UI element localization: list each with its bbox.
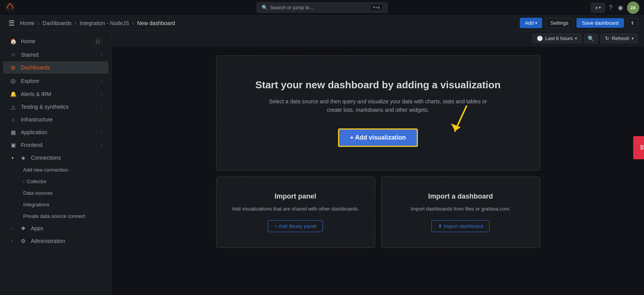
import-dashboard-title: Import a dashboard: [428, 192, 493, 201]
sidebar-item-connections[interactable]: ▾ ◈ Connections: [3, 152, 108, 164]
search-shortcut: ⌘+k: [370, 4, 383, 11]
plus-chevron: ▾: [599, 5, 601, 10]
sidebar-item-dashboards[interactable]: ⊞ Dashboards: [3, 61, 108, 74]
home-icon: 🏠: [9, 38, 17, 44]
sidebar-home-label: Home: [21, 38, 35, 44]
collector-label: Collector: [27, 179, 46, 184]
breadcrumb-actions: Add ▾ Settings Save dashboard ⬆: [520, 18, 638, 28]
explore-chevron-icon: ›: [101, 79, 102, 83]
sidebar-item-infrastructure[interactable]: ⌂ Infrastructure ›: [3, 113, 108, 126]
star-icon: ☆: [9, 52, 17, 58]
breadcrumb-sep-3: ›: [132, 20, 134, 26]
avatar-button[interactable]: 2A: [627, 2, 639, 14]
settings-button[interactable]: Settings: [545, 18, 573, 28]
breadcrumb-sep-2: ›: [75, 20, 77, 26]
sidebar-application-label: Application: [21, 129, 47, 135]
sidebar-apps-label: Apps: [31, 225, 43, 231]
help-button[interactable]: ?: [607, 3, 614, 13]
app-chevron-icon: ›: [101, 130, 102, 135]
refresh-label: Refresh: [612, 35, 629, 41]
sidebar-item-apps[interactable]: › ❖ Apps: [3, 222, 108, 234]
add-chevron-icon: ▾: [535, 21, 537, 25]
sidebar-connections-label: Connections: [31, 155, 61, 161]
grafana-logo[interactable]: [5, 2, 17, 14]
content-area: 🕐 Last 6 hours ▾ 🔍 ↻ Refresh ▾ Start you…: [112, 31, 644, 295]
integrations-label: Integrations: [23, 202, 49, 207]
add-button[interactable]: Add ▾: [520, 18, 542, 28]
sidebar-item-home[interactable]: 🏠 Home ⊟: [3, 34, 108, 48]
frontend-chevron-icon: ›: [101, 143, 102, 147]
alerts-chevron-icon: ›: [101, 92, 102, 96]
import-panel-title: Import panel: [274, 192, 316, 201]
breadcrumb-current: New dashboard: [137, 20, 175, 26]
breadcrumb-home[interactable]: Home: [20, 20, 34, 26]
plus-button[interactable]: + ▾: [591, 3, 605, 13]
search-icon: 🔍: [262, 5, 268, 10]
data-sources-label: Data sources: [23, 190, 53, 196]
sidebar-item-frontend[interactable]: ▣ Frontend ›: [3, 139, 108, 151]
refresh-button[interactable]: ↻ Refresh ▾: [601, 34, 638, 43]
connections-chevron-icon: ▾: [9, 156, 15, 160]
sidebar-testing-label: Testing & synthetics: [21, 104, 69, 110]
add-connection-label: Add new connection: [23, 167, 68, 173]
svg-point-0: [5, 2, 15, 12]
main-area: 🏠 Home ⊟ ☆ Starred › ⊞ Dashboards ◎ Expl…: [0, 31, 644, 295]
add-library-panel-button[interactable]: + Add library panel: [268, 220, 323, 232]
sidebar-sub-item-add-connection[interactable]: Add new connection: [3, 164, 108, 175]
hero-title: Start your new dashboard by adding a vis…: [232, 79, 524, 91]
breadcrumb-dashboards[interactable]: Dashboards: [42, 20, 72, 26]
application-icon: ▦: [9, 129, 17, 135]
sidebar-sub-item-data-sources[interactable]: Data sources: [3, 187, 108, 199]
apps-chevron-icon: ›: [9, 226, 15, 231]
sidebar-sub-item-integrations[interactable]: Integrations: [3, 199, 108, 210]
search-bar[interactable]: 🔍 Search or jump to... ⌘+k: [257, 2, 388, 13]
top-nav-right: + ▾ ? ◉ 2A: [591, 2, 639, 14]
hero-card: Start your new dashboard by adding a vis…: [216, 56, 540, 170]
time-chevron-icon: ▾: [575, 36, 577, 40]
sidebar-explore-label: Explore: [21, 78, 39, 84]
admin-icon: ⚙: [19, 238, 27, 244]
import-dashboard-card: Import a dashboard Import dashboards fro…: [381, 177, 540, 248]
toolbar: 🕐 Last 6 hours ▾ 🔍 ↻ Refresh ▾: [112, 31, 644, 46]
hamburger-button[interactable]: ☰: [6, 18, 17, 28]
sidebar-item-administration[interactable]: › ⚙ Administration: [3, 235, 108, 247]
private-datasource-label: Private data source connect: [23, 213, 85, 219]
sidebar-item-explore[interactable]: ◎ Explore ›: [3, 74, 108, 88]
breadcrumb-integration[interactable]: Integration - NodeJS: [79, 20, 129, 26]
save-dashboard-button[interactable]: Save dashboard: [576, 18, 624, 28]
explore-icon: ◎: [9, 77, 17, 84]
connections-icon: ◈: [19, 155, 27, 161]
add-visualization-button[interactable]: + Add visualization: [338, 128, 418, 147]
panel-icon: ⊟: [94, 37, 102, 45]
import-panel-card: Import panel Add visualizations that are…: [216, 177, 375, 248]
breadcrumb-bar: ☰ Home › Dashboards › Integration - Node…: [0, 15, 644, 31]
zoom-out-button[interactable]: 🔍: [584, 34, 598, 44]
time-picker[interactable]: 🕐 Last 6 hours ▾: [532, 34, 581, 43]
refresh-icon: ↻: [605, 35, 609, 41]
sidebar-item-testing[interactable]: △ Testing & synthetics ›: [3, 101, 108, 113]
frontend-icon: ▣: [9, 142, 17, 148]
sidebar-starred-label: Starred: [21, 52, 39, 58]
cards-row: Import panel Add visualizations that are…: [216, 177, 540, 248]
infrastructure-icon: ⌂: [9, 116, 17, 123]
clock-icon: 🕐: [537, 35, 543, 41]
sidebar-admin-label: Administration: [31, 238, 65, 244]
testing-chevron-icon: ›: [101, 105, 102, 109]
main-content: Start your new dashboard by adding a vis…: [112, 46, 644, 295]
rss-button[interactable]: ◉: [616, 2, 625, 13]
sidebar-dashboards-label: Dashboards: [21, 64, 50, 71]
collapse-button[interactable]: ⬆: [627, 18, 638, 28]
import-dashboard-button[interactable]: ⬆ Import dashboard: [431, 220, 490, 232]
sidebar-sub-item-collector[interactable]: › Collector: [3, 176, 108, 187]
admin-chevron-icon: ›: [9, 239, 15, 243]
plus-icon: +: [595, 5, 598, 11]
alerts-icon: 🔔: [9, 91, 17, 97]
sidebar-item-application[interactable]: ▦ Application ›: [3, 126, 108, 138]
sidebar-sub-item-private-datasource[interactable]: Private data source connect: [3, 211, 108, 222]
sidebar-item-starred[interactable]: ☆ Starred ›: [3, 49, 108, 61]
feedback-button[interactable]: 2A: [633, 136, 644, 159]
svg-marker-2: [451, 123, 461, 131]
dashboards-icon: ⊞: [9, 64, 17, 71]
sidebar-frontend-label: Frontend: [21, 142, 42, 148]
sidebar-item-alerts[interactable]: 🔔 Alerts & IRM ›: [3, 88, 108, 100]
